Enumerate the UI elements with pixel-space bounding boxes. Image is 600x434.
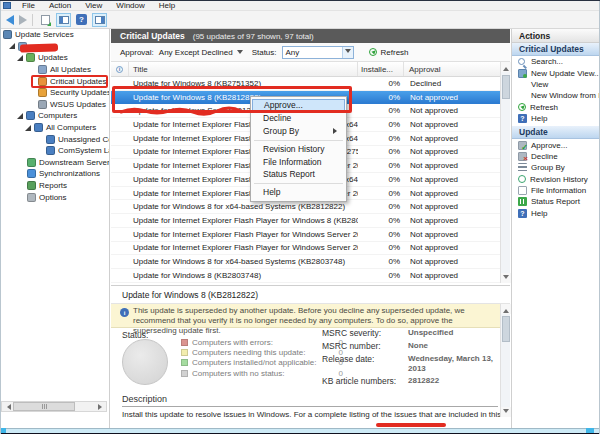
field-label: MSRC number: — [322, 341, 408, 351]
scroll-right-icon[interactable] — [96, 402, 106, 411]
action-new-window-from-here[interactable]: New Window from Here — [512, 90, 600, 101]
tree-item-all-computers[interactable]: All Computers — [0, 122, 109, 134]
table-row[interactable]: Update for Windows 8 for x64-based Syste… — [111, 200, 500, 214]
context-menu-revision-history[interactable]: Revision History — [251, 143, 346, 156]
forward-icon[interactable] — [19, 15, 27, 25]
refresh-button[interactable]: Refresh — [363, 48, 409, 57]
action-refresh[interactable]: Refresh — [512, 102, 600, 113]
context-menu-file-information[interactable]: File Information — [251, 156, 346, 169]
tree-horizontal-scrollbar[interactable] — [1, 401, 107, 412]
title-column-header[interactable]: Title — [129, 62, 358, 76]
actions-section-update[interactable]: Update — [512, 126, 600, 139]
scroll-down-icon[interactable] — [501, 273, 511, 283]
action-group-by[interactable]: Group By — [512, 162, 600, 173]
scroll-up-icon[interactable] — [501, 304, 511, 314]
tree-label: Options — [39, 193, 67, 202]
tree-item-critical-updates[interactable]: Critical Updates — [0, 75, 109, 87]
context-menu-group-by[interactable]: Group By — [251, 125, 346, 138]
tree-item-reports[interactable]: Reports — [0, 180, 109, 192]
tree-item-comsystem-laptop[interactable]: ComSystem Lapt — [0, 145, 109, 157]
spacer — [518, 80, 527, 89]
installed-column-header[interactable]: Installe... — [358, 62, 404, 76]
scroll-up-icon[interactable] — [501, 62, 511, 72]
menu-action[interactable]: Action — [42, 1, 78, 10]
actions-section-critical-updates[interactable]: Critical Updates — [512, 43, 600, 56]
action-decline[interactable]: ×Decline — [512, 151, 600, 162]
expander-icon[interactable] — [17, 55, 23, 61]
menu-help[interactable]: Help — [152, 1, 182, 10]
action-new-update-view[interactable]: New Update View... — [512, 67, 600, 78]
refresh-icon — [369, 48, 377, 56]
tree-item-update-services[interactable]: Update Services — [0, 29, 109, 41]
decline-icon: × — [518, 152, 527, 161]
scroll-left-icon[interactable] — [2, 402, 12, 411]
action-status-report[interactable]: Status Report — [512, 196, 600, 207]
scrollbar-thumb[interactable] — [502, 316, 510, 342]
tree-item-unassigned-computers[interactable]: Unassigned Comp — [0, 133, 109, 145]
show-action-pane-button[interactable] — [92, 13, 107, 27]
scrollbar-thumb[interactable] — [502, 75, 510, 99]
table-row[interactable]: Update for Windows 8 (KB2751352)0%Declin… — [111, 77, 500, 91]
menu-view[interactable]: View — [78, 1, 109, 10]
expander-icon[interactable] — [25, 125, 31, 131]
action-help[interactable]: ?Help — [512, 113, 600, 124]
context-menu: Approve... Decline Group By Revision His… — [250, 96, 347, 202]
info-column-header[interactable]: i — [111, 62, 129, 76]
approval-column-header[interactable]: Approval — [404, 62, 500, 76]
chevron-down-icon[interactable] — [237, 50, 243, 57]
table-row[interactable]: Update for Internet Explorer Flash Playe… — [111, 228, 500, 242]
row-approval: Not approved — [404, 161, 500, 170]
action-label: New Window from Here — [531, 91, 600, 100]
menu-window[interactable]: Window — [109, 1, 151, 10]
row-title: Update for Windows 8 (KB2803748) — [111, 271, 358, 280]
context-menu-decline[interactable]: Decline — [251, 112, 346, 125]
back-icon[interactable] — [6, 15, 14, 25]
tree-item-server[interactable] — [0, 41, 109, 53]
scroll-down-icon[interactable] — [501, 407, 511, 417]
tree-item-wsus-updates[interactable]: WSUS Updates — [0, 99, 109, 111]
table-row[interactable]: Update for Internet Explorer Flash Playe… — [111, 214, 500, 228]
action-revision-history[interactable]: Revision History — [512, 174, 600, 185]
approval-filter-value[interactable]: Any Except Declined — [159, 48, 233, 57]
tree-label: Synchronizations — [39, 169, 100, 178]
combo-dropdown-button[interactable] — [342, 47, 353, 58]
help-icon: ? — [518, 114, 527, 123]
action-label: Refresh — [530, 103, 558, 112]
tree-item-options[interactable]: Options — [0, 191, 109, 203]
tree-item-computers[interactable]: Computers — [0, 110, 109, 122]
action-file-information[interactable]: File Information — [512, 185, 600, 196]
action-approve[interactable]: ✓Approve... — [512, 139, 600, 150]
table-row[interactable]: Update for Windows 8 (KB2803748)0%Not ap… — [111, 269, 500, 283]
tree-item-downstream-servers[interactable]: Downstream Servers — [0, 157, 109, 169]
context-menu-help[interactable]: Help — [251, 186, 346, 199]
table-row[interactable]: Update for Internet Explorer Flash Playe… — [111, 242, 500, 256]
list-scrollbar[interactable] — [500, 62, 510, 283]
help-button[interactable]: ? — [74, 13, 89, 27]
details-scrollbar[interactable] — [500, 304, 510, 417]
menu-file[interactable]: File — [15, 1, 42, 10]
expander-icon[interactable] — [9, 43, 15, 49]
tree-item-all-updates[interactable]: All Updates — [0, 64, 109, 76]
tree-item-synchronizations[interactable]: Synchronizations — [0, 168, 109, 180]
tree-item-security-updates[interactable]: Security Updates — [0, 87, 109, 99]
action-search[interactable]: Search... — [512, 56, 600, 67]
tree-label: Reports — [39, 181, 67, 190]
scrollbar-thumb[interactable] — [13, 402, 75, 411]
reports-icon — [27, 181, 36, 190]
action-view[interactable]: View — [512, 79, 600, 90]
expander-icon[interactable] — [17, 113, 23, 119]
context-menu-status-report[interactable]: Status Report — [251, 168, 346, 181]
row-installed: 0% — [358, 202, 404, 211]
menu-separator — [254, 183, 343, 184]
row-installed: 0% — [358, 243, 404, 252]
table-row[interactable]: Update for Windows 8 for x64-based Syste… — [111, 255, 500, 269]
row-installed: 0% — [358, 257, 404, 266]
tree-item-updates[interactable]: Updates — [0, 52, 109, 64]
status-filter-combobox[interactable]: Any — [282, 46, 354, 59]
updates-icon — [26, 53, 35, 62]
context-menu-approve[interactable]: Approve... — [252, 99, 345, 112]
action-help-2[interactable]: ?Help — [512, 208, 600, 219]
show-console-tree-button[interactable] — [56, 13, 71, 27]
export-list-button[interactable] — [38, 13, 53, 27]
row-approval: Not approved — [404, 202, 500, 211]
